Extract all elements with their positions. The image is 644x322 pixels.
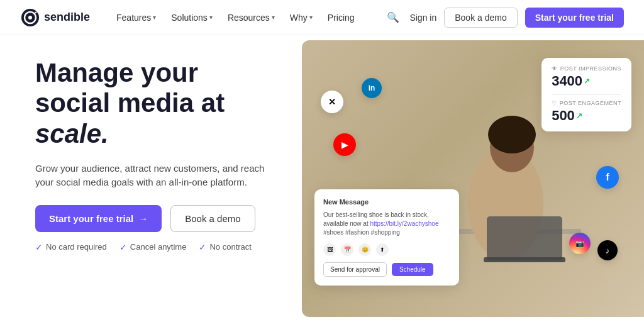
calendar-icon[interactable]: 📅 [341,243,353,256]
svg-rect-8 [487,216,562,260]
composer-message-text: Our best-selling shoe is back in stock, … [323,211,450,237]
check-no-contract: ✓ No contract [199,242,251,252]
linkedin-icon: in [362,78,382,98]
twitter-x-icon: ✕ [321,91,343,113]
svg-rect-9 [484,257,565,262]
chevron-down-icon: ▾ [153,14,156,21]
schedule-button[interactable]: Schedule [392,263,433,276]
send-for-approval-button[interactable]: Send for approval [323,262,387,277]
main-content: Manage your social media at scale. Grow … [0,35,644,322]
check-icon: ✓ [119,242,127,252]
composer-actions: Send for approval Schedule [323,262,450,277]
start-trial-main-button[interactable]: Start your free trial → [35,205,162,232]
start-trial-nav-button[interactable]: Start your free trial [525,8,624,28]
upload-icon[interactable]: ⬆ [376,243,389,256]
check-no-card: ✓ No card required [35,242,107,252]
chevron-down-icon: ▾ [209,14,213,21]
search-icon: 🔍 [387,12,399,23]
chevron-down-icon: ▾ [272,14,275,21]
hero-buttons: Start your free trial → Book a demo [35,205,277,232]
nav-solutions[interactable]: Solutions ▾ [165,9,219,26]
facebook-icon: f [596,166,619,189]
stats-card: 👁 POST IMPRESSIONS 3400 ↗ ♡ POST ENGAGEM… [541,58,631,131]
sendible-logo-icon [20,8,40,28]
instagram-icon: 📷 [569,233,591,254]
trend-up-icon: ↗ [584,77,590,86]
nav-actions: 🔍 Sign in Book a demo Start your free tr… [384,8,624,28]
navbar: sendible Features ▾ Solutions ▾ Resource… [0,0,644,35]
nav-resources[interactable]: Resources ▾ [221,9,281,26]
composer-toolbar: 🖼 📅 😊 ⬆ [323,243,450,256]
nav-features[interactable]: Features ▾ [110,9,162,26]
chevron-down-icon: ▾ [309,14,313,21]
tiktok-icon: ♪ [597,240,618,260]
youtube-icon: ▶ [333,133,356,156]
composer-card: New Message Our best-selling shoe is bac… [314,189,459,286]
emoji-icon[interactable]: 😊 [358,243,371,256]
signin-button[interactable]: Sign in [409,13,436,23]
eye-icon: 👁 [552,65,558,72]
check-icon: ✓ [199,242,206,252]
trend-up-icon: ↗ [576,111,582,120]
hero-checks: ✓ No card required ✓ Cancel anytime ✓ No… [35,242,277,252]
nav-links: Features ▾ Solutions ▾ Resources ▾ Why ▾… [110,9,384,26]
nav-why[interactable]: Why ▾ [284,9,319,26]
check-icon: ✓ [35,242,43,252]
nav-pricing[interactable]: Pricing [321,9,361,26]
post-impressions-stat: 👁 POST IMPRESSIONS 3400 ↗ [552,65,621,89]
logo-link[interactable]: sendible [20,8,90,28]
stat-divider [552,94,621,95]
hero-title: Manage your social media at scale. [35,58,277,149]
svg-point-7 [488,116,536,153]
arrow-right-icon: → [138,213,148,224]
search-button[interactable]: 🔍 [384,9,402,26]
logo-text: sendible [44,11,90,24]
check-cancel: ✓ Cancel anytime [119,242,187,252]
hero-subtitle: Grow your audience, attract new customer… [35,162,274,190]
composer-title: New Message [323,198,450,206]
image-attach-icon[interactable]: 🖼 [323,243,336,256]
heart-icon: ♡ [552,100,557,106]
post-engagement-stat: ♡ POST ENGAGEMENT 500 ↗ [552,100,621,124]
svg-point-2 [28,16,32,19]
hero-left: Manage your social media at scale. Grow … [0,35,302,322]
book-demo-main-button[interactable]: Book a demo [170,205,255,232]
hero-right: ✕ ▶ in f 📷 ♪ A B C [302,40,644,317]
book-demo-nav-button[interactable]: Book a demo [444,8,518,28]
